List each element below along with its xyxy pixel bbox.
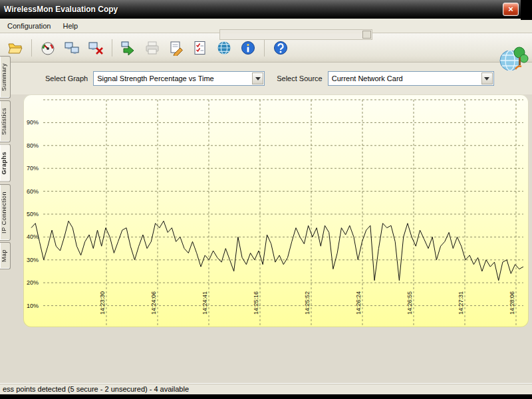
svg-text:30%: 30% <box>27 257 39 263</box>
sign-document-button[interactable] <box>166 37 186 59</box>
tab-ip-connection[interactable]: IP Connection <box>0 184 11 241</box>
checklist-icon <box>192 40 208 56</box>
web-globe-button[interactable] <box>214 37 234 59</box>
chevron-down-icon <box>484 77 489 80</box>
checklist-button[interactable] <box>190 37 210 59</box>
help-icon <box>273 40 289 56</box>
open-file-icon <box>7 40 23 56</box>
tab-graphs[interactable]: Graphs <box>0 144 11 182</box>
web-globe-icon <box>216 40 232 56</box>
menu-help[interactable]: Help <box>57 20 84 32</box>
artifact-dropdown-fragment <box>362 31 371 39</box>
svg-text:40%: 40% <box>27 233 39 240</box>
print-icon <box>144 40 160 56</box>
screenshot-crop-notch <box>521 0 532 20</box>
select-graph-combobox[interactable]: Signal Strength Percentage vs Time <box>93 71 265 86</box>
svg-text:14:26:24: 14:26:24 <box>355 291 362 315</box>
selector-row: Select Graph Signal Strength Percentage … <box>0 63 532 94</box>
open-file-button[interactable] <box>5 37 25 59</box>
network-disconnect-button[interactable] <box>86 37 106 59</box>
svg-text:10%: 10% <box>27 303 39 309</box>
select-source-label: Select Source <box>277 74 322 82</box>
svg-text:80%: 80% <box>27 142 39 149</box>
select-source-combobox[interactable]: Current Network Card <box>328 71 494 86</box>
help-button[interactable] <box>271 37 291 59</box>
svg-text:60%: 60% <box>27 188 39 195</box>
svg-text:70%: 70% <box>27 165 39 172</box>
select-graph-value: Signal Strength Percentage vs Time <box>97 74 213 82</box>
svg-text:14:25:16: 14:25:16 <box>253 291 259 315</box>
app-window: WirelessMon Evaluation Copy × Configurat… <box>0 0 532 394</box>
toolbar-separator <box>264 39 265 57</box>
title-bar: WirelessMon Evaluation Copy <box>0 0 532 19</box>
menu-configuration[interactable]: Configuration <box>1 20 57 32</box>
start-monitor-icon <box>120 40 136 56</box>
status-text: ess points detected (5 secure - 2 unsecu… <box>3 385 189 393</box>
status-bar: ess points detected (5 secure - 2 unsecu… <box>0 383 532 394</box>
svg-text:90%: 90% <box>27 119 39 126</box>
combo-arrow-button[interactable] <box>481 72 493 84</box>
toolbar-separator <box>31 39 32 57</box>
close-button[interactable]: × <box>503 3 519 16</box>
gauge-icon <box>40 40 56 56</box>
svg-text:14:24:06: 14:24:06 <box>150 291 157 315</box>
svg-text:14:26:55: 14:26:55 <box>406 291 413 315</box>
passmark-logo <box>497 43 529 74</box>
sign-document-icon <box>168 40 184 56</box>
window-title: WirelessMon Evaluation Copy <box>4 5 118 14</box>
print-button[interactable] <box>142 37 162 59</box>
network-computers-icon <box>64 40 80 56</box>
network-disconnect-icon <box>88 40 104 56</box>
network-computers-button[interactable] <box>62 37 82 59</box>
svg-text:14:24:41: 14:24:41 <box>201 291 208 315</box>
info-button[interactable] <box>238 37 258 59</box>
svg-text:14:28:06: 14:28:06 <box>509 291 515 315</box>
chevron-down-icon <box>255 77 261 80</box>
info-icon <box>240 40 256 56</box>
combo-arrow-button[interactable] <box>252 72 263 84</box>
main-content: Select Graph Signal Strength Percentage … <box>0 63 532 383</box>
svg-text:20%: 20% <box>27 279 39 286</box>
svg-text:14:23:30: 14:23:30 <box>99 291 106 315</box>
toolbar-separator <box>112 39 112 57</box>
svg-text:50%: 50% <box>27 211 39 217</box>
select-graph-label: Select Graph <box>45 74 88 82</box>
tab-summary[interactable]: Summary <box>0 56 11 98</box>
tab-map[interactable]: Map <box>0 242 11 269</box>
tab-statistics[interactable]: Statistics <box>0 100 11 142</box>
window-render-artifact <box>219 29 372 40</box>
select-source-value: Current Network Card <box>332 74 403 82</box>
side-tab-strip: Summary Statistics Graphs IP Connection … <box>0 56 11 271</box>
signal-strength-chart: 90%80%70%60%50%40%30%20%10%14:23:3014:24… <box>23 94 529 327</box>
gauge-button[interactable] <box>38 37 58 59</box>
signal-graph-panel: 90%80%70%60%50%40%30%20%10%14:23:3014:24… <box>23 94 529 327</box>
start-monitor-button[interactable] <box>118 37 138 59</box>
svg-text:14:27:31: 14:27:31 <box>458 291 464 315</box>
svg-text:14:25:52: 14:25:52 <box>304 291 311 315</box>
